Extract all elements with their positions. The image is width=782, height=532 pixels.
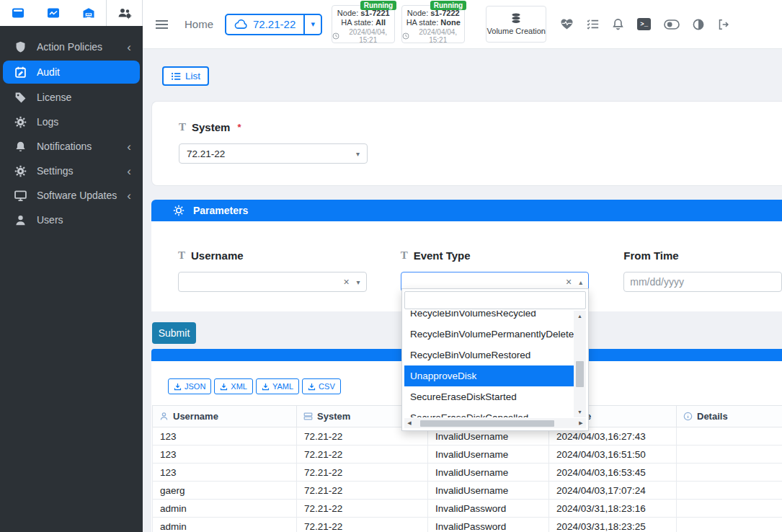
volume-creation-button[interactable]: Volume Creation (486, 6, 546, 43)
app-screen: Action Policies ‹ Audit License Logs Not… (0, 0, 782, 532)
sidebar-item-users[interactable]: Users (0, 208, 143, 232)
dropdown-option-selected[interactable]: UnapproveDisk (404, 365, 574, 386)
bell-icon (14, 141, 27, 153)
dropdown-body: RecycleBinVolumesRecycled RecycleBinVolu… (404, 311, 586, 417)
scroll-left-icon[interactable]: ◀ (404, 420, 414, 426)
username-input[interactable] (185, 277, 343, 288)
from-time-input[interactable] (630, 277, 776, 288)
ha-state: HA state: None (402, 18, 464, 27)
cell-username: gaerg (153, 482, 297, 500)
event-type-input[interactable] (407, 277, 566, 288)
sidebar-item-label: Software Updates (37, 190, 117, 201)
user-icon (14, 214, 27, 226)
from-time-label: From Time (623, 249, 782, 262)
dropdown-option[interactable]: SecureEraseDiskStarted (404, 386, 574, 407)
gear-icon (14, 165, 27, 177)
dropdown-option[interactable]: RecycleBinVolumesRecycled (404, 311, 574, 324)
gear-icon (173, 205, 185, 216)
sidebar-item-license[interactable]: License (0, 85, 143, 110)
tab-warehouse[interactable] (71, 0, 106, 26)
table-row[interactable]: 123 72.21-22 InvalidUsername 2024/04/03,… (153, 464, 782, 482)
clock-icon (402, 32, 409, 40)
navbar-icon-group: >_ (560, 18, 729, 30)
cell-event-type: InvalidPassword (428, 518, 549, 532)
tab-dashboard[interactable] (35, 0, 71, 26)
cell-system: 72.21-22 (297, 500, 428, 518)
dropdown-horizontal-scrollbar[interactable]: ◀ ▶ (404, 418, 586, 428)
sidebar-item-settings[interactable]: Settings ‹ (0, 159, 143, 183)
cell-time: 2024/03/31,18:23:25 (549, 518, 677, 532)
table-row[interactable]: admin 72.21-22 InvalidPassword 2024/03/3… (153, 518, 782, 532)
table-row[interactable]: gaerg 72.21-22 InvalidUsername 2024/04/0… (153, 482, 782, 500)
list-icon (171, 71, 181, 81)
logout-icon[interactable] (717, 19, 729, 30)
list-button-label: List (185, 71, 200, 81)
system-select[interactable]: 72.21-22 ▾ (179, 143, 368, 164)
scroll-right-icon[interactable]: ▶ (576, 420, 586, 426)
clear-icon[interactable]: × (566, 276, 572, 288)
vertical-scroll-thumb[interactable] (576, 361, 584, 387)
cell-time: 2024/04/03,16:51:50 (549, 445, 677, 464)
health-heart-pulse-icon[interactable] (560, 18, 574, 30)
export-csv-button[interactable]: CSV (302, 378, 341, 394)
cell-system: 72.21-22 (297, 464, 428, 482)
scroll-up-icon[interactable]: ▲ (577, 311, 582, 322)
caret-down-icon[interactable]: ▾ (357, 278, 360, 286)
dropdown-vertical-scrollbar[interactable]: ▲ ▼ (574, 311, 586, 417)
dropdown-option[interactable]: RecycleBinVolumePermanentlyDeleted (404, 324, 574, 345)
username-input-wrap: × ▾ (178, 272, 367, 292)
toggle-icon[interactable] (664, 19, 680, 30)
sidebar-item-logs[interactable]: Logs (0, 110, 143, 134)
caret-up-icon[interactable]: ▴ (579, 278, 582, 286)
text-field-icon: T (401, 249, 408, 262)
cluster-selector-button[interactable]: 72.21-22 ▾ (225, 14, 322, 35)
sidebar: Action Policies ‹ Audit License Logs Not… (0, 0, 143, 532)
cloud-icon (234, 19, 248, 30)
clock-icon (332, 32, 339, 40)
sidebar-item-label: License (37, 92, 71, 103)
terminal-icon[interactable]: >_ (637, 18, 651, 30)
table-row[interactable]: admin 72.21-22 InvalidPassword 2024/03/3… (153, 500, 782, 518)
gear-icon (14, 116, 27, 128)
sidebar-item-label: Logs (37, 116, 58, 128)
export-yaml-button[interactable]: YAML (256, 378, 299, 394)
tab-users-admin[interactable] (106, 0, 143, 26)
cell-details (677, 445, 782, 464)
horizontal-scroll-thumb[interactable] (420, 420, 554, 427)
sidebar-item-label: Audit (37, 66, 60, 78)
cell-details (677, 464, 782, 482)
dropdown-search-input[interactable] (404, 291, 586, 309)
username-label: T Username (178, 249, 367, 262)
table-row[interactable]: 123 72.21-22 InvalidUsername 2024/04/03,… (153, 445, 782, 464)
tab-window[interactable] (0, 0, 35, 26)
dropdown-option[interactable]: RecycleBinVolumeRestored (404, 345, 574, 365)
cell-time: 2024/04/03,17:07:24 (549, 482, 677, 500)
sidebar-item-notifications[interactable]: Notifications ‹ (0, 134, 143, 159)
column-header-details[interactable]: Details (677, 406, 782, 427)
sidebar-item-action-policies[interactable]: Action Policies ‹ (0, 35, 143, 59)
app-switcher-tabs (0, 0, 143, 26)
checklist-icon[interactable] (587, 18, 599, 30)
sidebar-item-audit[interactable]: Audit (3, 61, 140, 84)
caret-down-icon[interactable]: ▾ (303, 15, 321, 34)
list-view-button[interactable]: List (162, 66, 209, 86)
scroll-down-icon[interactable]: ▼ (577, 407, 582, 417)
warehouse-icon (82, 6, 95, 19)
export-json-button[interactable]: JSON (168, 378, 211, 394)
chevron-left-icon: ‹ (127, 41, 131, 53)
home-link[interactable]: Home (185, 18, 213, 30)
export-xml-button[interactable]: XML (214, 378, 253, 394)
column-header-username[interactable]: Username (153, 406, 297, 427)
hamburger-menu-icon[interactable] (156, 18, 168, 31)
submit-button[interactable]: Submit (152, 322, 196, 344)
dropdown-option[interactable]: SecureEraseDiskCancelled (404, 407, 574, 417)
node-status-card: Running Node: s1-7221 HA state: All 2024… (332, 5, 395, 43)
sidebar-item-software-updates[interactable]: Software Updates ‹ (0, 183, 143, 208)
event-type-dropdown: RecycleBinVolumesRecycled RecycleBinVolu… (401, 288, 589, 431)
cell-details (677, 427, 782, 445)
user-icon (159, 412, 169, 421)
notifications-bell-icon[interactable] (612, 18, 624, 30)
cell-event-type: InvalidUsername (428, 482, 549, 500)
clear-icon[interactable]: × (343, 276, 349, 288)
theme-contrast-icon[interactable] (693, 19, 704, 30)
